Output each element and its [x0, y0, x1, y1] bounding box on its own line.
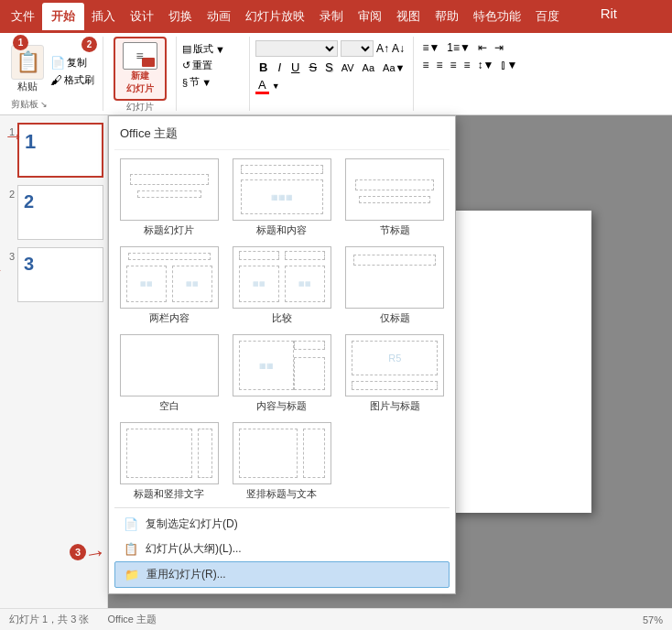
layout-label-title-content: 标题和内容: [256, 223, 307, 237]
layout-item-section-header[interactable]: 节标题: [341, 156, 450, 240]
font-color-dropdown[interactable]: ▼: [272, 81, 280, 91]
slide-image-1[interactable]: 1: [17, 123, 103, 178]
menubar-item-start[interactable]: 开始: [42, 3, 84, 30]
new-slide-label: 新建: [131, 70, 149, 82]
status-bar: 幻灯片 1，共 3 张 Office 主题 57%: [0, 608, 672, 630]
menubar-item-file[interactable]: 文件: [4, 3, 42, 30]
layout-label-comparison: 比较: [272, 311, 292, 325]
layout-label-vertical-title2: 竖排标题与文本: [246, 487, 317, 501]
menubar-item-transition[interactable]: 切换: [161, 3, 200, 30]
columns-button[interactable]: ⫿▼: [498, 58, 520, 72]
zoom-level: 57%: [643, 614, 663, 625]
numbered-list-button[interactable]: 1≡▼: [444, 40, 473, 55]
layout-item-blank[interactable]: 空白: [114, 331, 223, 416]
reuse-slide-item[interactable]: 📁 重用幻灯片(R)...: [114, 561, 450, 588]
slide-thumb-2[interactable]: 2 2: [4, 185, 103, 240]
paste-label: 粘贴: [17, 80, 38, 93]
font-grow-icon[interactable]: A↑: [376, 42, 389, 55]
menubar-item-baidu[interactable]: 百度: [528, 3, 567, 30]
font-family-select[interactable]: [255, 40, 338, 57]
slide-thumb-3[interactable]: 3 3 →: [4, 247, 103, 302]
bold-button[interactable]: B: [255, 60, 271, 75]
dropdown-header: Office 主题: [114, 122, 450, 150]
duplicate-slide-item[interactable]: 📄 复制选定幻灯片(D): [114, 512, 450, 537]
align-left-button[interactable]: ≡: [419, 58, 431, 72]
slide-image-3[interactable]: 3: [17, 247, 103, 302]
menubar-item-design[interactable]: 设计: [123, 3, 161, 30]
layout-item-vertical-title[interactable]: 标题和竖排文字: [114, 419, 223, 504]
layout-label-blank: 空白: [159, 399, 179, 413]
menubar-item-help[interactable]: 帮助: [428, 3, 466, 30]
font-shrink-icon[interactable]: A↓: [392, 42, 405, 55]
font-size-select[interactable]: [341, 40, 374, 57]
underline-button[interactable]: U: [287, 60, 303, 75]
layout-label-pic-caption: 图片与标题: [370, 399, 420, 413]
layout-button[interactable]: ▤版式▼: [182, 42, 244, 56]
app-title: Rit: [601, 5, 617, 21]
new-slide-button[interactable]: ≡ 新建 幻灯片: [114, 37, 167, 101]
align-right-button[interactable]: ≡: [447, 58, 459, 72]
indent-increase-button[interactable]: ⇥: [492, 40, 506, 55]
menubar-item-view[interactable]: 视图: [389, 3, 428, 30]
outline-slide-item[interactable]: 📋 幻灯片(从大纲)(L)...: [114, 537, 450, 561]
align-center-button[interactable]: ≡: [433, 58, 445, 72]
layout-item-pic-caption[interactable]: R5 图片与标题: [341, 331, 450, 416]
italic-button[interactable]: I: [274, 60, 285, 75]
copy-button[interactable]: 📄 复制: [48, 55, 97, 71]
align-justify-button[interactable]: ≡: [461, 58, 472, 72]
arrow-annotation-bottom: →: [82, 538, 108, 568]
change-case-button[interactable]: Aa▼: [380, 62, 407, 73]
menubar-item-review[interactable]: 审阅: [351, 3, 389, 30]
layout-item-title-slide[interactable]: 标题幻灯片: [114, 156, 223, 240]
reuse-label: 重用幻灯片(R)...: [146, 567, 226, 582]
menubar-item-feature[interactable]: 特色功能: [466, 3, 528, 30]
outline-label: 幻灯片(从大纲)(L)...: [146, 541, 242, 557]
bullet-list-button[interactable]: ≡▼: [419, 40, 442, 55]
layout-item-title-content[interactable]: ▦▦▦ 标题和内容: [227, 156, 336, 240]
badge-2: 2: [81, 37, 97, 52]
layout-item-title-only[interactable]: 仅标题: [341, 244, 450, 328]
slides-group: ≡ 新建 幻灯片 幻灯片: [103, 37, 177, 111]
clipboard-label: 剪贴板 ↘: [11, 98, 97, 111]
text-direction-button[interactable]: Aa: [360, 62, 377, 73]
layout-label-vertical-title: 标题和竖排文字: [134, 487, 204, 501]
menubar-item-slideshow[interactable]: 幻灯片放映: [238, 3, 312, 30]
layout-label-two-content: 两栏内容: [149, 311, 190, 325]
shadow-button[interactable]: S: [322, 60, 336, 74]
text-format-group: A↑ A↓ B I U S S AV Aa Aa▼ A ▼: [250, 37, 414, 111]
menubar-item-insert[interactable]: 插入: [84, 3, 123, 30]
arrow-annotation-3: →: [0, 262, 4, 278]
section-button[interactable]: §节▼: [182, 75, 244, 89]
layout-dropdown-panel: Office 主题 标题幻灯片 ▦▦▦ 标题和内容: [108, 115, 456, 594]
reset-button[interactable]: ↺重置: [182, 59, 244, 72]
slide-info: 幻灯片 1，共 3 张: [9, 613, 89, 626]
line-spacing-button[interactable]: ↕▼: [474, 58, 496, 72]
slides-label: 幻灯片: [109, 101, 170, 114]
slide-panel: → 1 1 2 2 3 3 →: [0, 115, 108, 608]
layout-label-content-caption: 内容与标题: [256, 399, 307, 413]
clipboard-expand-icon[interactable]: ↘: [40, 100, 48, 109]
paragraph-group: ≡▼ 1≡▼ ⇤ ⇥ ≡ ≡ ≡ ≡ ↕▼ ⫿▼: [414, 37, 533, 111]
slide-image-2[interactable]: 2: [17, 185, 103, 240]
reuse-icon: 📁: [125, 568, 141, 581]
menubar: 文件 开始 插入 设计 切换 动画 幻灯片放映 录制 审阅 视图 帮助 特色功能…: [0, 0, 672, 33]
font-color-button[interactable]: A: [255, 78, 269, 94]
layout-item-vertical-title2[interactable]: 竖排标题与文本: [227, 419, 336, 504]
layout-item-content-caption[interactable]: ▦▦ 内容与标题: [227, 331, 336, 416]
menubar-item-animation[interactable]: 动画: [200, 3, 238, 30]
new-slide-sub-label: 幻灯片: [126, 82, 154, 95]
ribbon: 1 📋 粘贴 2 📄 复制 🖌 格式刷 剪贴板 ↘: [0, 33, 672, 115]
badge-3-panel: 3: [70, 544, 86, 560]
layout-item-two-content[interactable]: ▦▦ ▦▦ 两栏内容: [114, 244, 223, 328]
format-painter-button[interactable]: 🖌 格式刷: [48, 72, 97, 88]
strikethrough-button[interactable]: S: [306, 60, 320, 74]
paste-button[interactable]: 📋 粘贴: [11, 45, 44, 93]
slide-number-2: 2: [4, 187, 15, 200]
menubar-item-record[interactable]: 录制: [312, 3, 351, 30]
char-spacing-button[interactable]: AV: [339, 62, 357, 73]
layout-label-section: 节标题: [380, 223, 410, 237]
indent-decrease-button[interactable]: ⇤: [475, 40, 490, 55]
layout-label-title-only: 仅标题: [380, 311, 410, 325]
layout-item-comparison[interactable]: ▦▦ ▦▦ 比较: [227, 244, 336, 328]
layout-label-title-slide: 标题幻灯片: [144, 223, 194, 237]
